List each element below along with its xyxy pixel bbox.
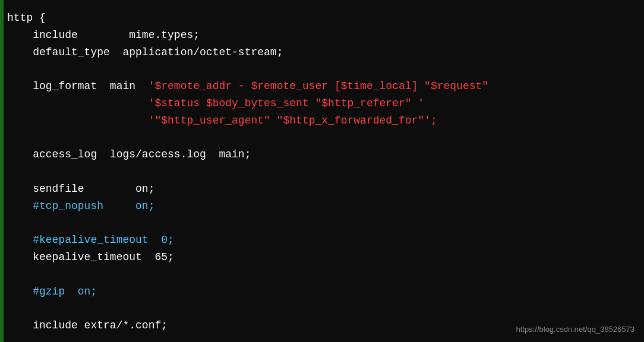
code-text: keepalive_timeout 65; xyxy=(7,249,174,266)
code-text: #keepalive_timeout 0; xyxy=(7,232,174,249)
code-line: log_format main '$remote_addr - $remote_… xyxy=(7,78,632,95)
code-line: '"$http_user_agent" "$http_x_forwarded_f… xyxy=(7,112,632,129)
code-line xyxy=(7,163,632,180)
code-text: '$remote_addr - $remote_user [$time_loca… xyxy=(149,78,489,95)
code-text: sendfile on; xyxy=(7,180,154,198)
code-block: http { include mime.types; default_type … xyxy=(0,0,644,342)
code-line: #gzip on; xyxy=(7,283,632,300)
code-line: http { xyxy=(7,10,632,27)
code-line xyxy=(7,266,632,283)
code-text: log_format main xyxy=(7,78,149,95)
code-line: include mime.types; xyxy=(7,27,632,44)
code-line xyxy=(7,61,632,78)
code-text: #tcp_nopush on; xyxy=(7,198,154,215)
code-line: '$status $body_bytes_sent "$http_referer… xyxy=(7,95,632,112)
code-text xyxy=(7,95,149,112)
code-line: keepalive_timeout 65; xyxy=(7,249,632,266)
code-line xyxy=(7,129,632,147)
code-text: access_log logs/access.log main; xyxy=(7,146,251,163)
code-line: #tcp_nopush on; xyxy=(7,198,632,215)
code-text: http { xyxy=(7,10,46,27)
code-text xyxy=(7,112,149,129)
code-text: '$status $body_bytes_sent "$http_referer… xyxy=(149,95,424,112)
code-line: sendfile on; xyxy=(7,180,632,198)
code-line: access_log logs/access.log main; xyxy=(7,146,632,163)
code-text: #gzip on; xyxy=(7,283,97,300)
code-text: '"$http_user_agent" "$http_x_forwarded_f… xyxy=(149,112,437,129)
code-text: include extra/*.conf; xyxy=(7,317,168,334)
code-line xyxy=(7,300,632,318)
code-text: default_type application/octet-stream; xyxy=(7,44,283,61)
code-text: include mime.types; xyxy=(7,27,200,44)
code-line: default_type application/octet-stream; xyxy=(7,44,632,61)
left-bar xyxy=(0,0,4,342)
code-line xyxy=(7,215,632,232)
code-line: #keepalive_timeout 0; xyxy=(7,232,632,249)
watermark: https://blog.csdn.net/qq_38526573 xyxy=(516,324,635,336)
